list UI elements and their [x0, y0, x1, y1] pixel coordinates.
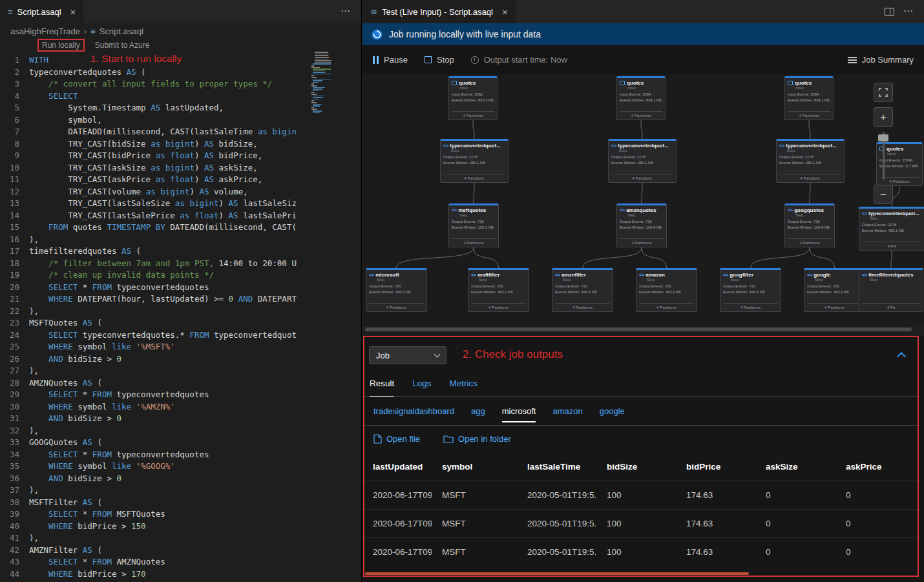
- diagram-node-tcq2[interactable]: < >typeconvertedquot...StepOutput Events…: [608, 139, 677, 183]
- node-header: < >googquotes: [788, 207, 832, 213]
- chevron-down-icon: [434, 351, 441, 358]
- diagram-node-amznq[interactable]: < >amznquotesStepOutput Events: 726Event…: [616, 203, 667, 247]
- node-stats: Output Events: 2178Events Written: 482.1…: [443, 154, 505, 167]
- diagram-node-q2[interactable]: quotesInputInput Events: 3054Events Writ…: [616, 76, 666, 120]
- close-tab-icon[interactable]: ×: [70, 6, 76, 17]
- output-target-dropdown[interactable]: Job: [369, 346, 446, 364]
- submit-to-azure-button[interactable]: Submit to Azure: [95, 41, 150, 50]
- more-actions-icon[interactable]: ⋯: [903, 5, 914, 17]
- minimap-line: [313, 87, 324, 88]
- stop-icon: [425, 56, 432, 63]
- minimap-line: [311, 85, 317, 87]
- column-header-lastUpdated[interactable]: lastUpdated: [362, 462, 432, 472]
- output-subtab-microsoft[interactable]: microsoft: [502, 406, 536, 416]
- node-kind-label: Step: [795, 213, 832, 217]
- zoom-out-button[interactable]: −: [874, 185, 893, 204]
- code-line: 6 symbol,: [0, 114, 311, 127]
- table-row[interactable]: 2020-06-17T09:3...MSFT2020-05-01T19:5...…: [362, 481, 919, 509]
- minimap-line: [313, 99, 318, 100]
- minimap-line: [313, 96, 324, 97]
- zoom-slider[interactable]: [874, 132, 893, 180]
- code-text: TRY_CAST(bidPrice as float) AS bidPrice,: [29, 150, 262, 162]
- open-in-folder-button[interactable]: Open in folder: [443, 434, 511, 444]
- output-subtab-agg[interactable]: agg: [471, 406, 485, 416]
- test-tabbar: ≋ Test (Live Input) - Script.asaql × ⋯: [362, 0, 924, 23]
- column-header-lastSaleTime[interactable]: lastSaleTime: [517, 462, 596, 472]
- minimap-line: [311, 92, 314, 93]
- breadcrumb-project[interactable]: asaHighFreqTrade: [10, 26, 80, 36]
- line-number: 23: [0, 317, 29, 329]
- output-tab-logs[interactable]: Logs: [412, 373, 431, 396]
- diagram-node-google[interactable]: < >googleStepOutput Events: 726Events Wr…: [804, 268, 865, 312]
- split-editor-icon[interactable]: [885, 8, 894, 16]
- diagram-node-q3[interactable]: quotesInputInput Events: 3054Events Writ…: [784, 76, 834, 120]
- diagram-node-amazon[interactable]: < >amazonStepOutput Events: 726Events Wr…: [636, 268, 697, 312]
- diagram-node-googq[interactable]: < >googquotesStepOutput Events: 726Event…: [784, 203, 835, 247]
- step-icon: < >: [862, 273, 866, 277]
- zoom-slider-handle[interactable]: [878, 134, 888, 141]
- output-subtab-tradesignaldashboard[interactable]: tradesignaldashboard: [373, 406, 454, 416]
- job-summary-button[interactable]: Job Summary: [848, 55, 914, 65]
- node-partitions: 4 Partitions: [620, 111, 662, 120]
- column-header-bidSize[interactable]: bidSize: [596, 462, 676, 472]
- node-stats: Output Events: 2178Events Written: 482.1…: [862, 222, 921, 234]
- output-tab-result[interactable]: Result: [370, 373, 394, 397]
- tab-script-asaql[interactable]: ≡ Script.asaql ×: [0, 0, 83, 23]
- close-tab-icon[interactable]: ×: [502, 6, 508, 17]
- minimap-line: [313, 82, 318, 83]
- minimap-line: [311, 94, 317, 95]
- diagram-node-tcq3[interactable]: < >typeconvertedquot...StepOutput Events…: [776, 139, 845, 183]
- diagram-node-timefiltered[interactable]: < >timefilteredquotesStep4 Pa: [859, 268, 923, 312]
- open-file-button[interactable]: Open file: [373, 434, 420, 444]
- diagram-node-msftq[interactable]: < >msftquotesStepOutput Events: 726Event…: [448, 203, 499, 247]
- code-line: 27),: [0, 365, 311, 377]
- node-partitions: 4 Partitions: [471, 303, 526, 311]
- run-locally-button[interactable]: Run locally: [37, 39, 85, 52]
- diagram-node-tcq4[interactable]: < >typeconvertedquot...StepOutput Events…: [859, 207, 924, 251]
- asaql-file-icon: ≡: [90, 26, 96, 36]
- node-partitions: 4 Partitions: [807, 303, 862, 311]
- table-scrollbar[interactable]: [365, 572, 749, 575]
- column-header-askPrice[interactable]: askPrice: [835, 462, 919, 472]
- line-number: 17: [0, 245, 29, 258]
- output-subtab-amazon[interactable]: amazon: [552, 406, 582, 416]
- code-line: 28AMZNQuotes AS (: [0, 377, 311, 390]
- code-line: 22),: [0, 306, 311, 318]
- code-text: System.Timestamp AS lastUpdated,: [29, 102, 224, 114]
- stop-button[interactable]: Stop: [425, 55, 454, 65]
- diagram-node-tcq1[interactable]: < >typeconvertedquot...StepOutput Events…: [440, 139, 509, 183]
- diagram-node-msftfilter[interactable]: < >msftfilterStepOutput Events: 726Event…: [468, 268, 529, 312]
- table-row[interactable]: 2020-06-17T09:3...MSFT2020-05-01T19:5...…: [362, 537, 919, 566]
- node-title: typeconvertedquot...: [618, 143, 669, 149]
- minimap-line: [313, 70, 325, 72]
- column-header-symbol[interactable]: symbol: [432, 462, 517, 472]
- diagram-node-amznfilter[interactable]: < >amznfilterStepOutput Events: 726Event…: [552, 268, 613, 312]
- editor-more-actions-icon[interactable]: ⋯: [341, 5, 351, 17]
- output-subtab-google[interactable]: google: [600, 406, 625, 416]
- fit-to-screen-button[interactable]: [874, 83, 893, 102]
- pause-button[interactable]: Pause: [373, 55, 408, 65]
- breadcrumb-file[interactable]: Script.asaql: [100, 26, 143, 36]
- minimap[interactable]: [311, 52, 357, 114]
- line-number: 37: [0, 484, 29, 497]
- code-editor[interactable]: 1WITH2typeconvertedquotes AS (3 /* conve…: [0, 52, 361, 582]
- collapse-panel-icon[interactable]: [897, 352, 906, 361]
- table-cell: 0: [755, 547, 835, 557]
- diagram-node-q1[interactable]: quotesInputInput Events: 3051Events Writ…: [448, 76, 498, 120]
- line-number: 13: [0, 198, 29, 210]
- column-header-bidPrice[interactable]: bidPrice: [676, 462, 755, 472]
- diagram-scrollbar[interactable]: [365, 327, 912, 331]
- job-diagram[interactable]: quotesInputInput Events: 3051Events Writ…: [362, 74, 924, 326]
- code-line: 29 SELECT * FROM typeconvertedquotes: [0, 389, 311, 401]
- minimap-line: [311, 77, 317, 78]
- diagram-node-googfilter[interactable]: < >googfilterStepOutput Events: 726Event…: [720, 268, 781, 312]
- column-header-askSize[interactable]: askSize: [755, 462, 835, 472]
- job-toolbar: Pause Stop Output start time: Now Job Su…: [362, 45, 924, 74]
- minimap-line: [311, 107, 314, 109]
- zoom-in-button[interactable]: +: [874, 107, 893, 127]
- diagram-node-microsoft[interactable]: < >microsoftStepOutput Events: 726Events…: [366, 268, 427, 312]
- table-row[interactable]: 2020-06-17T09:3...MSFT2020-05-01T19:5...…: [362, 509, 919, 537]
- node-kind-label: Step: [870, 216, 921, 220]
- tab-test-live-input[interactable]: ≋ Test (Live Input) - Script.asaql ×: [362, 0, 516, 23]
- output-tab-metrics[interactable]: Metrics: [450, 373, 478, 396]
